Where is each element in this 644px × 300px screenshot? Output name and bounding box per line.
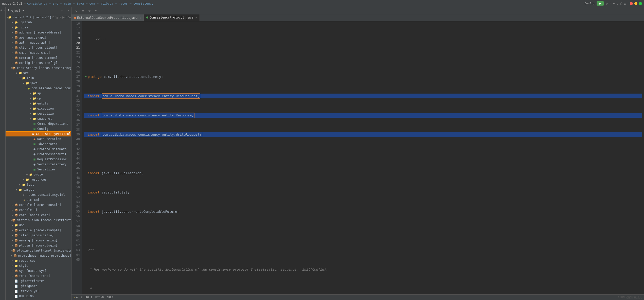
- run-button[interactable]: ▶: [597, 1, 604, 6]
- tree-item-main[interactable]: ▼ 📁 main: [6, 76, 71, 81]
- expand-arrow: ▶: [11, 264, 14, 267]
- tree-item-style[interactable]: ▶ 📁 style: [6, 263, 71, 268]
- item-label: DataOperation: [37, 137, 61, 141]
- item-label: api [nacos-api]: [19, 36, 46, 39]
- module-icon: 📦: [14, 269, 18, 273]
- tree-item-doc[interactable]: ▶ 📁 doc: [6, 223, 71, 228]
- tree-item-building[interactable]: 📄 BUILDING: [6, 294, 71, 299]
- maximize-button[interactable]: [639, 2, 642, 5]
- tree-root[interactable]: ▼ 📁 nacos-2.2.2 [nacos-all] E:\projectCo…: [6, 15, 71, 20]
- tree-item-gitignore[interactable]: 📄 .gitignore: [6, 284, 71, 289]
- tree-item-gitattributes[interactable]: 📄 .gitattributes: [6, 278, 71, 284]
- tree-item-ap[interactable]: ▶ 📁 ap: [6, 91, 71, 96]
- line-num: 59: [74, 228, 80, 233]
- folder-icon: 📂: [14, 20, 18, 24]
- line-num: 65: [74, 257, 80, 262]
- tree-item-commandoperations[interactable]: ▣ CommandOperations: [6, 121, 71, 126]
- tree-item-address[interactable]: ▶ 📦 address [nacos-address]: [6, 30, 71, 35]
- config-label[interactable]: Config: [584, 2, 595, 5]
- item-label: address [nacos-address]: [19, 31, 61, 34]
- window-controls[interactable]: [630, 2, 642, 5]
- line-numbers: 16 17 18 19 20 21 22 23 24 25 26 27 28 2…: [71, 21, 82, 294]
- tree-item-serializer[interactable]: ▣ Serializer: [6, 167, 71, 172]
- expand-arrow: ▶: [11, 275, 14, 277]
- tab-close[interactable]: ✕: [195, 16, 197, 19]
- tree-item-travis[interactable]: 📄 .travis.yml: [6, 289, 71, 294]
- tree-item-idea[interactable]: ▶ 📂 .idea: [6, 25, 71, 30]
- refresh-btn[interactable]: ↻: [74, 8, 79, 13]
- settings-btn[interactable]: ⚙: [87, 8, 92, 13]
- tab-close[interactable]: ✕: [139, 16, 141, 19]
- tree-item-proto[interactable]: ▶ 📁 proto: [6, 172, 71, 177]
- tree-item-naming[interactable]: ▶ 📦 naming [nacos-naming]: [6, 238, 71, 243]
- line-num: 18: [74, 31, 80, 36]
- tab-consistency-protocol[interactable]: ConsistencyProtocol.java ✕: [144, 14, 200, 21]
- tree-item-dataoperation[interactable]: ◉ DataOperation: [6, 136, 71, 142]
- tree-item-entity[interactable]: ▶ 📁 entity: [6, 101, 71, 106]
- item-label: com.alibaba.nacos.consistency: [31, 86, 71, 90]
- tree-item-client[interactable]: ▶ 📦 client [nacos-client]: [6, 45, 71, 50]
- tree-item-cmdb[interactable]: ▶ 📦 cmdb [nacos-cmdb]: [6, 50, 71, 55]
- tree-item-test2[interactable]: ▶ 📦 test [nacos-test]: [6, 273, 71, 278]
- tree-item-github[interactable]: ▶ 📂 .github: [6, 20, 71, 25]
- line-num: 22: [74, 50, 80, 55]
- tree-item-java[interactable]: ▼ 📁 java: [6, 81, 71, 86]
- tree-item-serializefactory[interactable]: ◉ SerializeFactory: [6, 162, 71, 167]
- tree-item-distribution[interactable]: ▶ 📦 distribution [nacos-distribution]: [6, 218, 71, 223]
- tree-item-config[interactable]: ▶ 📦 config [nacos-config]: [6, 60, 71, 65]
- tree-item-example[interactable]: ▶ 📦 example [nacos-example]: [6, 228, 71, 233]
- code-line-highlighted: import com.alibaba.nacos.consistency.ent…: [84, 113, 642, 118]
- tree-item-console[interactable]: ▶ 📦 console [nacos-console]: [6, 202, 71, 207]
- tab-external-datasource[interactable]: ExternalDataSourceProperties.java ✕: [71, 14, 144, 21]
- tree-item-requestprocessor[interactable]: ▣ RequestProcessor: [6, 157, 71, 162]
- tree-item-serialize[interactable]: ▶ 📁 serialize: [6, 111, 71, 116]
- sidebar: Project ▾ ⚙ ↕ ✕ ▼ 📁 nacos-2.2.2 [nacos-a…: [6, 7, 71, 300]
- sidebar-toolbar[interactable]: ⚙ ↕ ✕: [61, 9, 69, 12]
- warning-icon: ⚠: [74, 296, 75, 299]
- tree-item-auth[interactable]: ▶ 📦 auth [nacos-auth]: [6, 40, 71, 45]
- tree-item-prometheus[interactable]: ▶ 📦 prometheus [nacos-prometheus]: [6, 253, 71, 258]
- line-num: 51: [74, 190, 80, 195]
- close-button[interactable]: [630, 2, 633, 5]
- tree-item-consistencyprotocol[interactable]: ▣ ConsistencyProtocol: [6, 131, 71, 136]
- line-num: 39: [74, 132, 80, 137]
- tree-item-idgenerator[interactable]: ▣ IdGenerator: [6, 142, 71, 147]
- tree-item-pom[interactable]: ⎔ pom.xml: [6, 197, 71, 202]
- module-icon: 📦: [14, 243, 18, 248]
- tree-item-target[interactable]: ▼ 📁 target: [6, 187, 71, 192]
- import-name: java.util.concurrent.CompletableFuture;: [102, 209, 179, 214]
- tree-item-test[interactable]: ▶ 📁 test: [6, 182, 71, 187]
- tree-item-console-ui[interactable]: ▶ 📦 console-ui: [6, 207, 71, 213]
- tree-item-src[interactable]: ▼ 📁 src: [6, 70, 71, 76]
- code-editor[interactable]: 16 17 18 19 20 21 22 23 24 25 26 27 28 2…: [71, 21, 644, 294]
- expand-arrow: ▶: [11, 41, 14, 44]
- expand-arrow: ▶: [11, 254, 13, 257]
- tree-item-iml[interactable]: ◈ nacos-consistency.iml: [6, 192, 71, 197]
- tree-item-sys[interactable]: ▶ 📦 sys [nacos-sys]: [6, 268, 71, 273]
- tree-item-protomessageutil[interactable]: ◉ ProtoMessageUtil: [6, 152, 71, 157]
- more-btn[interactable]: ⋯: [93, 8, 99, 13]
- line-num: 60: [74, 233, 80, 238]
- project-panel-btn[interactable]: Proj: [1, 8, 5, 13]
- code-line: [84, 151, 642, 156]
- tree-item-core[interactable]: ▶ 📦 core [nacos-core]: [6, 213, 71, 218]
- structure-btn[interactable]: ≡: [80, 8, 86, 13]
- tree-item-plugin[interactable]: ▶ 📦 plugin [nacos-plugin]: [6, 243, 71, 248]
- interface-icon: ▣: [32, 127, 37, 131]
- tree-item-protocolmetadata[interactable]: ◉ ProtocolMetaData: [6, 147, 71, 152]
- minimize-button[interactable]: [634, 2, 637, 5]
- tree-item-exception[interactable]: ▶ 📁 exception: [6, 106, 71, 111]
- tree-item-consistency[interactable]: ▼ 📦 consistency [nacos-consistency]: [6, 65, 71, 70]
- tree-item-common[interactable]: ▶ 📦 common [nacos-common]: [6, 55, 71, 60]
- line-num-active: 21: [74, 45, 80, 50]
- tree-item-config-class[interactable]: ▣ Config: [6, 126, 71, 131]
- tree-item-api[interactable]: ▶ 📦 api [nacos-api]: [6, 35, 71, 40]
- tree-item-package[interactable]: ▼ ◉ com.alibaba.nacos.consistency: [6, 86, 71, 91]
- tree-item-plugin-default[interactable]: ▶ 📦 plugin-default-impl [nacos-plugin-de…: [6, 248, 71, 253]
- tree-item-cp[interactable]: ▶ 📁 cp: [6, 96, 71, 101]
- tree-item-snapshot[interactable]: ▶ 📁 snapshot: [6, 116, 71, 121]
- tree-item-istio[interactable]: ▶ 📦 istio [nacos-istio]: [6, 233, 71, 238]
- code-content[interactable]: //... ● package com.alibaba.nacos.consis…: [82, 21, 644, 294]
- tree-item-resources[interactable]: ▶ 📁 resources: [6, 177, 71, 182]
- tree-item-resources2[interactable]: ▶ 📁 resources: [6, 258, 71, 263]
